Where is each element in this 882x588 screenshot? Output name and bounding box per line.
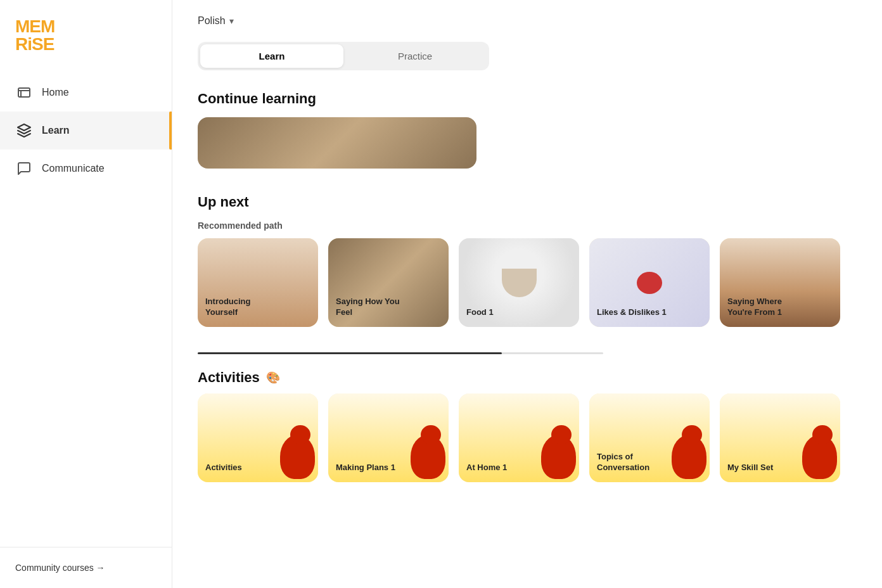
bird-head	[812, 425, 833, 444]
sidebar-item-communicate[interactable]: Communicate	[0, 150, 172, 188]
logo: MEM RiSE	[0, 0, 172, 74]
chevron-down-icon: ▾	[229, 16, 234, 26]
main-content: Polish ▾ Learn Practice Continue learnin…	[172, 0, 882, 588]
card-label: Making Plans 1	[336, 463, 395, 473]
scroll-indicator	[198, 352, 603, 354]
bird-head	[551, 425, 572, 444]
card-activities[interactable]: 🔒 ★ ★ Activities	[198, 393, 318, 482]
sidebar: MEM RiSE Home Learn	[0, 0, 172, 588]
learn-practice-tabs: Learn Practice	[198, 42, 489, 70]
card-label: Saying How You Feel	[336, 297, 406, 318]
home-icon	[15, 84, 33, 101]
recommended-cards-row: 🔒 ★ ★ Introducing Yourself 🔒 ★ ★ Saying …	[198, 238, 857, 332]
sidebar-item-home-label: Home	[42, 87, 69, 98]
community-courses-link[interactable]: Community courses →	[15, 563, 157, 573]
card-label: Topics of Conversation	[597, 452, 667, 473]
card-skill-set[interactable]: 🔒 My Skill Set	[720, 393, 840, 482]
card-likes[interactable]: 🔒 ★ ★ Likes & Dislikes 1	[589, 238, 710, 327]
card-label: My Skill Set	[727, 463, 773, 473]
up-next-title: Up next	[198, 194, 857, 210]
sidebar-item-learn-label: Learn	[42, 125, 70, 136]
card-label: Saying Where You're From 1	[727, 297, 797, 318]
learn-icon	[15, 122, 33, 139]
card-introducing[interactable]: 🔒 ★ ★ Introducing Yourself	[198, 238, 318, 327]
language-label: Polish	[198, 15, 226, 27]
activities-section-header: Activities 🎨	[198, 369, 857, 386]
svg-rect-0	[18, 88, 30, 97]
card-topics[interactable]: 🔒 ★ ★ Topics of Conversation	[589, 393, 710, 482]
bird-head	[421, 425, 441, 444]
sidebar-item-communicate-label: Communicate	[42, 163, 105, 174]
community-courses-label: Community courses →	[15, 563, 105, 573]
card-label: Likes & Dislikes 1	[597, 307, 667, 318]
speech-decoration	[637, 272, 662, 294]
bird-head	[290, 425, 310, 444]
communicate-icon	[15, 160, 33, 177]
logo-line2: RiSE	[15, 35, 157, 53]
card-label: At Home 1	[466, 463, 507, 473]
tab-learn[interactable]: Learn	[200, 44, 343, 68]
recommended-path-label: Recommended path	[198, 220, 857, 231]
palette-icon: 🎨	[266, 371, 280, 385]
card-making-plans[interactable]: Making Plans 1	[328, 393, 449, 482]
card-at-home[interactable]: At Home 1	[459, 393, 579, 482]
main-nav: Home Learn Communicate	[0, 74, 172, 188]
sidebar-item-home[interactable]: Home	[0, 74, 172, 112]
sidebar-bottom: Community courses →	[0, 547, 172, 588]
tab-practice[interactable]: Practice	[343, 44, 487, 68]
activities-title: Activities	[198, 369, 260, 386]
bowl-decoration	[502, 269, 537, 297]
continue-learning-card[interactable]: Basics Greetings Continue	[198, 117, 476, 169]
card-saying-feel[interactable]: 🔒 ★ ★ Saying How You Feel	[328, 238, 449, 327]
card-label: Activities	[205, 463, 242, 473]
logo-line1: MEM	[15, 18, 157, 35]
language-selector[interactable]: Polish ▾	[198, 15, 857, 27]
card-label: Food 1	[466, 307, 494, 318]
bird-head	[682, 425, 702, 444]
card-food[interactable]: Food 1	[459, 238, 579, 327]
activities-cards-row: 🔒 ★ ★ Activities Making Plans 1 At Home …	[198, 393, 857, 487]
continue-card-image	[198, 117, 476, 169]
scroll-indicator-fill	[198, 352, 502, 354]
continue-learning-title: Continue learning	[198, 91, 857, 107]
card-saying-where[interactable]: 🔒 Saying Where You're From 1	[720, 238, 840, 327]
sidebar-item-learn[interactable]: Learn	[0, 112, 172, 150]
card-label: Introducing Yourself	[205, 297, 275, 318]
